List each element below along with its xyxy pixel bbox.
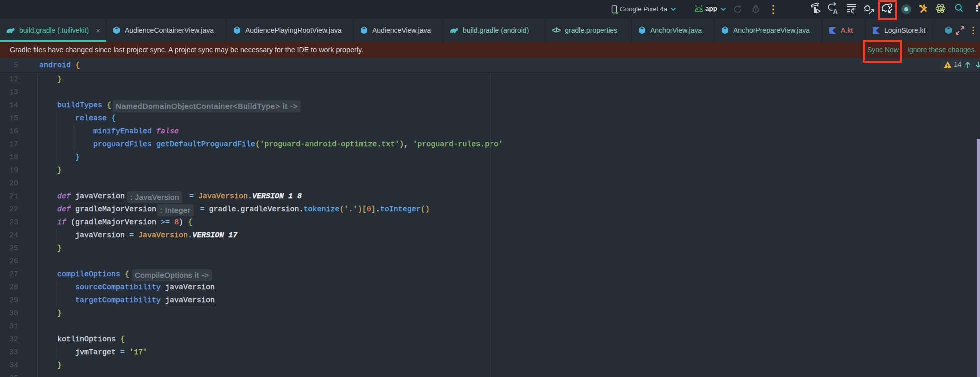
svg-text:A: A [833, 8, 838, 15]
